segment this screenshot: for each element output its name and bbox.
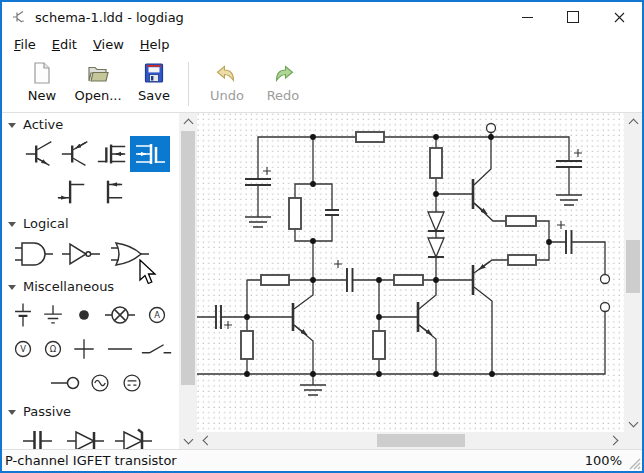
status-bar: P-channel IGFET transistor 100% — [2, 449, 642, 471]
save-floppy-icon — [142, 61, 166, 85]
open-folder-icon — [86, 61, 110, 85]
undo-label: Undo — [210, 88, 244, 103]
title-bar[interactable]: schema-1.ldd - logdiag — [2, 2, 642, 32]
resize-grip[interactable] — [628, 457, 641, 470]
canvas-scroll-left-arrow[interactable] — [197, 432, 215, 449]
palette-item-crossing[interactable] — [68, 332, 100, 366]
maximize-icon — [567, 11, 579, 23]
palette-item-ammeter[interactable]: A — [140, 298, 174, 332]
palette-item-ground[interactable] — [38, 298, 68, 332]
section-label: Miscellaneous — [23, 279, 114, 294]
palette-item-diode[interactable] — [62, 424, 110, 449]
chevron-up-icon — [628, 118, 638, 128]
expander-icon — [8, 222, 16, 227]
palette-item-pnp[interactable] — [58, 137, 94, 171]
palette-item-ohmmeter[interactable]: Ω — [38, 332, 68, 366]
section-active-header[interactable]: Active — [2, 113, 179, 134]
redo-button[interactable]: Redo — [255, 61, 311, 103]
open-button[interactable]: Open... — [70, 61, 126, 103]
palette-item-terminal[interactable] — [46, 366, 84, 400]
schematic-canvas[interactable] — [197, 113, 624, 432]
palette-item-battery[interactable] — [8, 298, 38, 332]
palette-scroll-up-arrow[interactable] — [179, 113, 197, 130]
minimize-button[interactable] — [504, 2, 550, 32]
section-label: Passive — [23, 404, 71, 419]
new-label: New — [28, 88, 56, 103]
palette-item-ac-source[interactable] — [84, 366, 116, 400]
new-button[interactable]: New — [14, 61, 70, 103]
menu-view[interactable]: View — [85, 34, 132, 55]
section-label: Logical — [23, 216, 69, 231]
palette-item-voltmeter[interactable]: V — [8, 332, 38, 366]
scrollbar-corner — [624, 432, 642, 449]
open-label: Open... — [74, 88, 121, 103]
canvas-vscrollbar-thumb[interactable] — [626, 240, 640, 293]
chevron-down-icon — [183, 434, 193, 444]
canvas-scroll-down-arrow[interactable] — [624, 415, 642, 432]
palette-item-not-gate[interactable] — [58, 236, 106, 272]
menu-bar: File Edit View Help — [2, 32, 642, 56]
canvas-scroll-up-arrow[interactable] — [624, 113, 642, 130]
schematic-drawing[interactable] — [197, 113, 624, 432]
palette-item-junction[interactable] — [68, 298, 100, 332]
expander-icon — [8, 285, 16, 290]
canvas-hscrollbar[interactable] — [197, 432, 624, 449]
palette-item-n-igfet[interactable] — [94, 137, 130, 171]
svg-text:A: A — [154, 310, 160, 320]
palette-item-capacitor[interactable] — [14, 424, 62, 449]
undo-icon — [215, 61, 239, 85]
svg-text:Ω: Ω — [50, 344, 57, 354]
palette-item-p-jfet[interactable] — [90, 175, 126, 209]
palette-item-p-igfet[interactable] — [130, 136, 170, 172]
canvas-vscrollbar[interactable] — [624, 113, 642, 432]
palette-item-dc-source[interactable] — [116, 366, 148, 400]
palette-item-npn[interactable] — [22, 137, 58, 171]
canvas-scroll-right-arrow[interactable] — [606, 432, 624, 449]
undo-button[interactable]: Undo — [199, 61, 255, 103]
canvas-hscrollbar-thumb[interactable] — [377, 434, 465, 447]
palette-item-n-jfet[interactable] — [54, 175, 90, 209]
section-label: Active — [23, 117, 63, 132]
save-label: Save — [138, 88, 170, 103]
palette-scrollbar[interactable] — [179, 113, 197, 449]
palette-item-lamp[interactable] — [100, 298, 140, 332]
menu-file[interactable]: File — [6, 34, 44, 55]
chevron-up-icon — [183, 118, 193, 128]
chevron-left-icon — [203, 436, 213, 446]
redo-label: Redo — [267, 88, 300, 103]
redo-icon — [271, 61, 295, 85]
expander-icon — [8, 123, 16, 128]
mouse-cursor-icon — [138, 259, 158, 287]
main-area: Active — [2, 113, 642, 449]
section-passive-header[interactable]: Passive — [2, 400, 179, 421]
expander-icon — [8, 410, 16, 415]
toolbar: New Open... Save Undo — [2, 56, 644, 113]
chevron-down-icon — [628, 417, 638, 427]
palette-item-switch[interactable] — [140, 332, 174, 366]
window-title: schema-1.ldd - logdiag — [35, 10, 184, 25]
app-logo-icon — [11, 9, 27, 25]
palette-scroll-down-arrow[interactable] — [179, 432, 197, 449]
toolbar-separator — [188, 62, 189, 106]
new-document-icon — [30, 61, 54, 85]
maximize-button[interactable] — [550, 2, 596, 32]
palette-item-and-gate[interactable] — [10, 236, 58, 272]
section-logical-header[interactable]: Logical — [2, 212, 179, 233]
close-icon — [614, 12, 625, 23]
palette-item-zener-diode[interactable] — [110, 424, 158, 449]
minimize-icon — [522, 17, 533, 18]
zoom-level: 100% — [585, 453, 622, 468]
save-button[interactable]: Save — [126, 61, 182, 103]
app-window: schema-1.ldd - logdiag File Edit View He… — [0, 0, 644, 473]
palette-item-wire[interactable] — [100, 332, 140, 366]
chevron-right-icon — [609, 436, 619, 446]
close-button[interactable] — [596, 2, 642, 32]
menu-help[interactable]: Help — [132, 34, 178, 55]
palette-scrollbar-thumb[interactable] — [181, 131, 195, 385]
svg-text:V: V — [20, 344, 26, 354]
status-text: P-channel IGFET transistor — [5, 453, 177, 468]
menu-edit[interactable]: Edit — [44, 34, 85, 55]
